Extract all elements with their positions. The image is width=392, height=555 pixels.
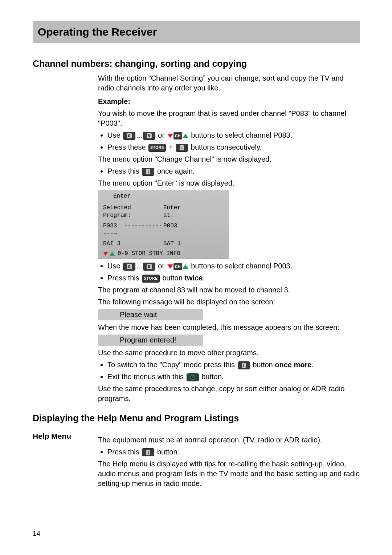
msg-program-entered: Program entered! [98,335,203,346]
bullet-press-info-again: Press this i once again. [107,166,360,176]
bullet-press-store-info: Press these STORE + i buttons consecutiv… [107,142,360,152]
example-intro: You wish to move the program that is sav… [98,109,360,128]
button-0-icon: 0 [123,263,135,271]
heading-channel-numbers: Channel numbers: changing, sorting and c… [33,58,360,70]
osd-enter-screen: Enter Selected Program: Enter at: P083 -… [98,190,229,259]
button-0-icon: 0 [123,132,135,140]
ch-up-down-icon: CH [167,263,188,270]
info-button-icon: i [142,448,154,456]
use-same-procedure: Use the same procedure to move other pro… [98,348,360,358]
osd-left-l1: Selected [103,204,163,212]
bullet-exit-menus: Exit the menus with this ⏻ button. [107,372,360,382]
osd-src-name: RAI 3 [103,240,163,248]
section-banner: Operating the Receiver [33,21,360,43]
text: buttons consecutively. [191,143,262,151]
text: button. [201,373,224,381]
example-label: Example: [98,97,360,106]
info-button-icon: i [238,361,250,369]
text: button. [157,448,179,456]
bullet-press-store-twice: Press this STORE button twice. [107,273,360,283]
text: Press this [107,448,141,456]
page-number: 14 [33,529,40,538]
down-triangle-icon [103,252,108,256]
text: Use [107,131,122,139]
text: button [253,361,275,369]
text: Exit the menus with this [107,373,186,381]
text: . [311,361,314,369]
osd-help-text: 0-9 STOR STBY INFO [118,250,180,258]
power-button-icon: ⏻ [187,373,199,381]
bullet-select-p003: Use 0...9 or CH buttons to select channe… [107,261,360,271]
text: Press this [107,167,141,175]
info-button-icon: i [142,168,154,176]
text: + [169,143,175,151]
text: button [162,274,184,282]
text: or [158,131,166,139]
text: once again. [157,167,195,175]
text: buttons to select channel P003. [191,262,292,270]
up-triangle-icon [110,252,115,256]
button-9-icon: 9 [143,132,155,140]
bullet-press-info: Press this i button. [107,447,360,457]
text: buttons to select channel P083. [191,131,292,139]
help-intro: The equipment must be at normal operatio… [98,435,360,445]
text: To switch to the "Copy" mode press this [107,361,237,369]
final-paragraph: Use the same procedures to change, copy … [98,384,360,404]
text: or [158,262,166,270]
change-channel-displayed: The menu option "Change Channel" is now … [98,154,360,164]
osd-src-ch: P083 [103,223,117,229]
after-move-message: When the move has been completed, this m… [98,323,360,332]
osd-title: Enter [98,190,229,203]
bold-twice: twice [184,274,203,282]
text: Press this [107,274,141,282]
section2-content: The equipment must be at normal operatio… [98,435,360,489]
help-body: The Help menu is displayed with tips for… [98,459,360,489]
text: . [203,274,205,282]
heading-help-menu: Displaying the Help Menu and Program Lis… [33,412,360,425]
button-9-icon: 9 [143,263,155,271]
bullet-copy-mode: To switch to the "Copy" mode press this … [107,360,360,370]
text: Press these [107,143,148,151]
ch-up-down-icon: CH [167,132,188,139]
osd-left-l2: Program: [103,212,163,220]
osd-dst-name: SAT 1 [163,240,224,248]
bold-once-more: once more [275,361,311,369]
enter-displayed: The menu option "Enter" is now displayed… [98,178,360,188]
intro-paragraph: With the option ”Channel Sorting” you ca… [98,73,360,93]
text: Use [107,262,122,270]
info-button-icon: i [176,144,188,152]
osd-right-l2: at: [163,212,224,220]
following-message: The following message will be displayed … [98,297,360,307]
osd-dst-ch: P003 [163,222,224,238]
bullet-select-p083: Use 0...9 or CH buttons to select channe… [107,130,360,140]
osd-right-l1: Enter [163,204,224,212]
osd-help-row: 0-9 STOR STBY INFO [98,249,229,259]
store-button-icon: STORE [142,275,159,283]
msg-please-wait: Please wait [98,309,203,320]
moved-to-3: The program at channel 83 will now be mo… [98,285,360,295]
section1-content: With the option ”Channel Sorting” you ca… [98,73,360,404]
store-button-icon: STORE [148,144,166,152]
